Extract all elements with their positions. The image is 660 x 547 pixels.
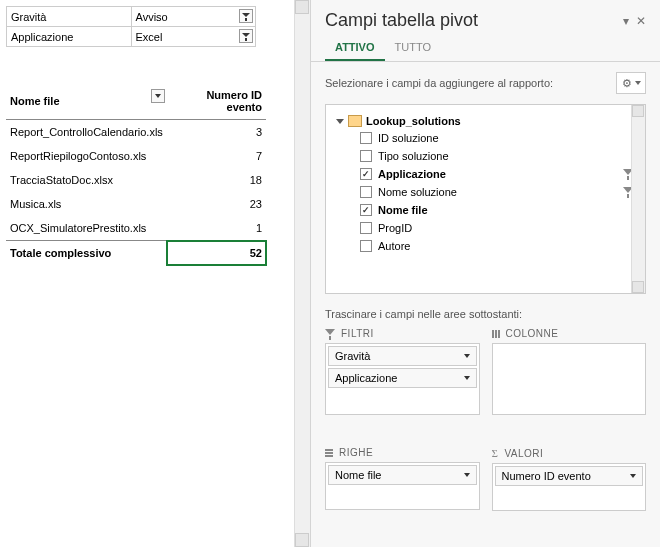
pane-window-controls: ▾ ✕ [619, 14, 646, 28]
pivot-row-label[interactable]: TracciaStatoDoc.xlsx [6, 168, 167, 192]
area-columns-box[interactable] [492, 343, 647, 415]
checkbox-icon[interactable]: ✓ [360, 168, 372, 180]
pivot-row-value[interactable]: 23 [167, 192, 266, 216]
pivot-total-value[interactable]: 52 [167, 241, 266, 266]
filter-value-cell[interactable]: Excel [131, 27, 256, 47]
area-filters: FILTRI Gravità Applicazione [325, 328, 480, 439]
field-item[interactable]: ID soluzione [332, 129, 639, 147]
tab-all[interactable]: TUTTO [385, 35, 441, 61]
row-header-label: Nome file [10, 95, 60, 107]
value-header: Numero ID evento [167, 83, 266, 120]
pivot-row-value[interactable]: 3 [167, 120, 266, 145]
worksheet-scrollbar[interactable] [294, 0, 310, 547]
layout-areas: FILTRI Gravità Applicazione COLONNE RIGH… [311, 328, 660, 547]
pane-tabs: ATTIVO TUTTO [311, 35, 660, 62]
field-label: Tipo soluzione [378, 150, 449, 162]
area-item[interactable]: Gravità [328, 346, 477, 366]
pivot-row-label[interactable]: OCX_SimulatorePrestito.xls [6, 216, 167, 241]
pivot-fields-pane: Campi tabella pivot ▾ ✕ ATTIVO TUTTO Sel… [310, 0, 660, 547]
filter-value-text: Excel [136, 31, 163, 43]
checkbox-icon[interactable] [360, 150, 372, 162]
field-item[interactable]: ✓Nome file [332, 201, 639, 219]
filter-dropdown-icon[interactable] [239, 29, 253, 43]
filter-label: Applicazione [7, 27, 132, 47]
area-columns: COLONNE [492, 328, 647, 439]
pivot-row-value[interactable]: 1 [167, 216, 266, 241]
filter-label: Gravità [7, 7, 132, 27]
row-header-dropdown-icon[interactable] [151, 89, 165, 103]
checkbox-icon[interactable]: ✓ [360, 204, 372, 216]
fields-list: Lookup_solutions ID soluzione Tipo soluz… [325, 104, 646, 294]
field-label: Autore [378, 240, 410, 252]
area-label: RIGHE [325, 447, 480, 458]
area-item[interactable]: Applicazione [328, 368, 477, 388]
checkbox-icon[interactable] [360, 222, 372, 234]
pivot-row-label[interactable]: ReportRiepilogoContoso.xls [6, 144, 167, 168]
field-label: Nome file [378, 204, 428, 216]
field-item[interactable]: Autore [332, 237, 639, 255]
area-item[interactable]: Nome file [328, 465, 477, 485]
pivot-total-label[interactable]: Totale complessivo [6, 241, 167, 266]
pane-subheader-row: Selezionare i campi da aggiungere al rap… [311, 62, 660, 104]
chevron-down-icon[interactable] [630, 474, 636, 478]
area-item-label: Numero ID evento [502, 470, 591, 482]
checkbox-icon[interactable] [360, 240, 372, 252]
chevron-down-icon[interactable] [464, 376, 470, 380]
close-icon[interactable]: ✕ [636, 14, 646, 28]
pivot-row-label[interactable]: Musica.xls [6, 192, 167, 216]
pivot-worksheet: Gravità Avviso Applicazione Excel Nome f… [0, 0, 310, 547]
pane-title: Campi tabella pivot [325, 10, 478, 31]
pivot-body: Report_ControlloCalendario.xls3 ReportRi… [6, 120, 266, 266]
field-label: Nome soluzione [378, 186, 457, 198]
scroll-down-button[interactable] [295, 533, 309, 547]
pivot-row-value[interactable]: 7 [167, 144, 266, 168]
field-item[interactable]: Nome soluzione [332, 183, 639, 201]
area-item-label: Gravità [335, 350, 370, 362]
row-header[interactable]: Nome file [6, 83, 167, 120]
table-icon [348, 115, 362, 127]
area-filters-box[interactable]: Gravità Applicazione [325, 343, 480, 415]
area-label: FILTRI [325, 328, 480, 339]
field-label: ProgID [378, 222, 412, 234]
report-filter-table: Gravità Avviso Applicazione Excel [6, 6, 256, 47]
field-label: ID soluzione [378, 132, 439, 144]
fields-scrollbar[interactable] [631, 105, 645, 293]
area-item-label: Applicazione [335, 372, 397, 384]
funnel-icon [325, 329, 335, 339]
area-values: ΣVALORI Numero ID evento [492, 447, 647, 535]
scroll-up-button[interactable] [295, 0, 309, 14]
area-rows-box[interactable]: Nome file [325, 462, 480, 510]
sigma-icon: Σ [492, 447, 499, 459]
rows-icon [325, 449, 333, 457]
field-item[interactable]: ✓Applicazione [332, 165, 639, 183]
filter-dropdown-icon[interactable] [239, 9, 253, 23]
collapse-icon[interactable] [336, 119, 344, 124]
chevron-down-icon[interactable] [464, 354, 470, 358]
table-name: Lookup_solutions [366, 115, 461, 127]
area-values-box[interactable]: Numero ID evento [492, 463, 647, 511]
filter-value-cell[interactable]: Avviso [131, 7, 256, 27]
columns-icon [492, 330, 500, 338]
area-item[interactable]: Numero ID evento [495, 466, 644, 486]
scroll-up-button[interactable] [632, 105, 644, 117]
area-label: ΣVALORI [492, 447, 647, 459]
filter-value-text: Avviso [136, 11, 168, 23]
scroll-down-button[interactable] [632, 281, 644, 293]
area-label: COLONNE [492, 328, 647, 339]
field-item[interactable]: Tipo soluzione [332, 147, 639, 165]
area-rows: RIGHE Nome file [325, 447, 480, 535]
pivot-row-value[interactable]: 18 [167, 168, 266, 192]
checkbox-icon[interactable] [360, 132, 372, 144]
chevron-down-icon[interactable] [464, 473, 470, 477]
drag-hint: Trascinare i campi nelle aree sottostant… [311, 304, 660, 328]
table-node[interactable]: Lookup_solutions [332, 113, 639, 129]
checkbox-icon[interactable] [360, 186, 372, 198]
tools-button[interactable] [616, 72, 646, 94]
field-item[interactable]: ProgID [332, 219, 639, 237]
area-item-label: Nome file [335, 469, 381, 481]
pane-dropdown-icon[interactable]: ▾ [623, 14, 629, 28]
pane-subheader: Selezionare i campi da aggiungere al rap… [325, 77, 553, 89]
pivot-row-label[interactable]: Report_ControlloCalendario.xls [6, 120, 167, 145]
pane-header: Campi tabella pivot ▾ ✕ [311, 0, 660, 35]
tab-active[interactable]: ATTIVO [325, 35, 385, 61]
